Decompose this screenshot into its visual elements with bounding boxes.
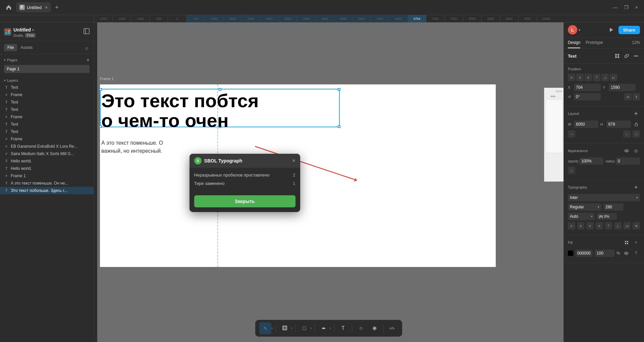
cursor-tool-button[interactable]: ↖ [259,322,271,334]
text-valign-mid-button[interactable]: ⊥ [614,222,622,229]
panel-toggle-icon[interactable] [84,28,90,35]
close-modal-button[interactable]: Закрыть [194,195,296,207]
sbol-typograph-modal[interactable]: S SBOL Typograph × Неразрывных пробелов … [190,154,300,212]
new-tab-button[interactable]: + [55,4,59,11]
layer-item-hello2[interactable]: T Hello world. [0,165,94,172]
add-page-button[interactable]: + [87,57,90,63]
layer-item-hello1[interactable]: T Hello world. [0,157,94,165]
design-tab[interactable]: Design [568,38,580,48]
flip-v-button[interactable]: ⇕ [633,93,640,100]
layer-item-frame2[interactable]: # Frame [0,113,94,121]
w-input[interactable]: 6050 [574,121,598,128]
layer-item-frame1[interactable]: # Frame [0,91,94,98]
opacity-button[interactable]: ◎ [632,147,640,155]
code-tool-button[interactable]: </> [386,322,398,334]
file-tab[interactable]: File [4,44,17,51]
distribute-v-button[interactable]: ↕ [623,130,631,138]
fill-help-button[interactable]: ? [632,249,640,257]
fill-color-swatch[interactable] [568,251,573,256]
align-bottom-button[interactable]: ⊔ [610,74,617,81]
text-options-button[interactable]: ≋ [633,222,640,229]
font-family-dropdown[interactable]: Inter ▾ [568,194,640,201]
text-align-right-button[interactable]: ≡ [586,222,594,229]
text-valign-bot-button[interactable]: ⊔ [624,222,631,229]
layers-header[interactable]: ▾ Layers [0,76,94,84]
rect-tool-button[interactable]: □ [298,322,310,334]
ellipse-tool-button[interactable]: ○ [355,322,367,334]
radius-input[interactable]: 0 [616,157,640,165]
layer-item-text3[interactable]: T Text [0,106,94,113]
layer-item-text1[interactable]: T Text [0,84,94,91]
more-options-button[interactable]: ••• [632,52,640,60]
canvas-area[interactable]: Frame 1 Это текст поб​​​​​​​​тся о чем-т… [94,22,564,342]
align-left-button[interactable]: ≡ [568,74,575,81]
layer-item-saira[interactable]: # Saira Medium Italic X Sorts Mill G... [0,150,94,157]
play-button[interactable] [606,25,616,35]
cursor-tool-caret[interactable]: ▾ [271,327,273,330]
medium-text-element[interactable]: А это текст поменьше. Оважный, но интере… [101,139,289,155]
x-input[interactable]: 704 [574,84,601,91]
flip-h-button[interactable]: ⇔ [624,93,632,100]
layer-item-frame3[interactable]: # Frame [0,135,94,143]
assets-tab[interactable]: Assets [17,44,36,51]
home-button[interactable] [4,3,13,12]
layout-grid-button[interactable]: □ [633,130,640,138]
align-center-v-button[interactable]: ⊥ [601,74,609,81]
layer-item-eb-garamond[interactable]: # EB Garamond ExtraBold X Lora Re... [0,143,94,150]
line-height-dropdown[interactable]: Auto ▾ [568,213,595,220]
zoom-level[interactable]: 12% [632,38,640,48]
frame-tool-button[interactable] [279,322,291,334]
project-title-caret[interactable]: ▾ [32,28,34,32]
align-top-button[interactable]: ⊤ [593,74,600,81]
close-window-button[interactable]: × [633,5,640,10]
component-tool-button[interactable]: ❋ [368,322,380,334]
layer-item-text4[interactable]: T Text [0,121,94,128]
rect-tool-caret[interactable]: ▾ [310,327,312,330]
text-tool-button[interactable]: T [337,322,349,334]
grid-view-button[interactable] [613,52,621,60]
fill-opacity-input[interactable]: 100 [595,250,614,257]
typography-expand-button[interactable] [632,183,640,191]
align-center-h-button[interactable]: ≡ [576,74,584,81]
layer-item-small-text[interactable]: T А это текст поменьше. Он не... [0,180,94,187]
prototype-tab[interactable]: Prototype [586,38,603,48]
link-button[interactable] [623,52,631,60]
share-button[interactable]: Share [619,26,640,34]
text-valign-top-button[interactable]: ⊤ [605,222,612,229]
layer-item-big-text[interactable]: T Это текст побольше. Здесь г... [0,187,94,194]
text-align-justify-button[interactable]: ≡ [596,222,603,229]
page-1-item[interactable]: Page 1 [4,65,90,73]
avatar-caret[interactable]: ▾ [579,28,580,32]
fill-visibility-button[interactable] [622,249,630,257]
layer-item-text2[interactable]: T Text [0,98,94,106]
tab-untitled[interactable]: Untitled × [16,2,51,12]
align-right-button[interactable]: ≡ [585,74,592,81]
project-title[interactable]: Untitled [13,27,31,32]
letter-spacing-input[interactable]: |A| 0% [597,213,617,220]
maximize-button[interactable]: ❐ [622,5,631,10]
font-size-input[interactable]: 280 [603,203,624,211]
pages-header[interactable]: ▾ Pages + [4,57,90,63]
font-style-dropdown[interactable]: Regular ▾ [568,203,601,211]
modal-close-button[interactable]: × [292,158,295,164]
fill-grid-button[interactable] [623,238,631,247]
tab-close-icon[interactable]: × [45,5,48,10]
big-text-element[interactable]: Это текст поб​​​​​​​​тся о чем-то очен [101,91,343,131]
minimize-button[interactable]: — [611,5,620,10]
search-button[interactable]: ⌕ [84,44,90,51]
pen-tool-button[interactable]: ✒ [318,322,330,334]
pen-tool-caret[interactable]: ▾ [330,327,331,330]
opacity-input[interactable]: 100% [579,157,603,165]
clip-content-button[interactable]: □ [568,167,575,174]
layout-expand-button[interactable] [632,110,640,118]
add-fill-button[interactable]: + [632,238,640,247]
distribute-h-button[interactable]: ↔ [568,130,575,138]
y-input[interactable]: 1590 [609,84,636,91]
layer-item-text5[interactable]: T Text [0,128,94,135]
rotation-input[interactable]: 0° [574,93,601,100]
frame-tool-caret[interactable]: ▾ [291,327,292,330]
fill-hex-input[interactable]: 000000 [575,250,593,257]
lock-aspect-button[interactable] [633,120,640,128]
visibility-button[interactable] [623,147,631,155]
h-input[interactable]: 678 [606,121,631,128]
